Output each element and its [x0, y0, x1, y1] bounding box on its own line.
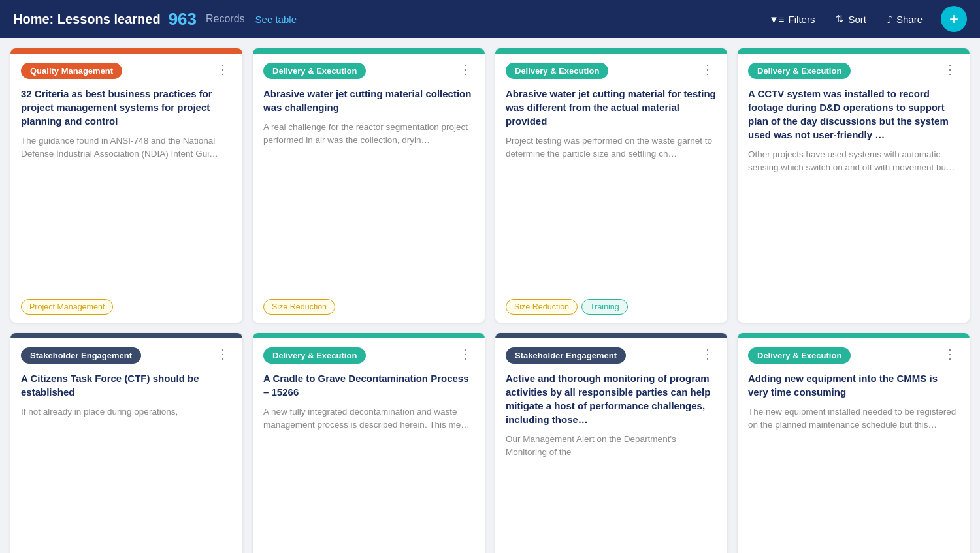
card-title: Adding new equipment into the CMMS is ve…: [748, 371, 959, 399]
card-tag: Project Management: [21, 299, 113, 315]
card-description: Project testing was performed on the was…: [506, 134, 717, 283]
card-menu-button[interactable]: ⋮: [456, 63, 474, 76]
card-menu-button[interactable]: ⋮: [698, 63, 717, 76]
card-tag: Size Reduction: [506, 299, 578, 315]
card-header-row: Quality Management⋮: [21, 63, 232, 79]
card-top-bar: [253, 333, 485, 338]
card-badge: Quality Management: [21, 63, 122, 79]
card-description: Other projects have used systems with au…: [748, 148, 959, 315]
card-title: Abrasive water jet cutting material coll…: [263, 87, 474, 114]
card-body: Stakeholder Engagement⋮Active and thorou…: [495, 338, 727, 553]
card-title: A Citizens Task Force (CTF) should be es…: [21, 371, 232, 399]
add-button[interactable]: +: [941, 6, 967, 32]
card-badge: Delivery & Execution: [263, 63, 366, 79]
card-badge: Stakeholder Engagement: [506, 347, 626, 364]
card-header-row: Delivery & Execution⋮: [263, 347, 474, 364]
card-header-row: Delivery & Execution⋮: [263, 63, 474, 79]
card-item: Quality Management⋮32 Criteria as best b…: [10, 48, 242, 323]
card-description: A real challenge for the reactor segment…: [263, 121, 474, 283]
share-icon: ⤴: [887, 14, 892, 25]
sort-label: Sort: [848, 14, 866, 25]
card-top-bar: [495, 48, 727, 54]
card-badge: Delivery & Execution: [506, 63, 608, 79]
card-header-row: Stakeholder Engagement⋮: [21, 347, 232, 364]
card-item: Delivery & Execution⋮A CCTV system was i…: [738, 48, 970, 323]
records-label: Records: [206, 13, 245, 25]
card-item: Delivery & Execution⋮A Cradle to Grave D…: [253, 333, 485, 553]
cards-grid: Quality Management⋮32 Criteria as best b…: [0, 38, 980, 553]
card-title: Active and thorough monitoring of progra…: [506, 371, 717, 426]
card-title: 32 Criteria as best business practices f…: [21, 87, 232, 128]
card-tag: Size Reduction: [263, 299, 335, 315]
card-menu-button[interactable]: ⋮: [698, 347, 717, 360]
card-body: Delivery & Execution⋮Abrasive water jet …: [495, 54, 727, 323]
card-badge: Delivery & Execution: [748, 63, 851, 79]
card-top-bar: [738, 333, 970, 338]
card-badge: Delivery & Execution: [748, 347, 851, 364]
card-header-row: Stakeholder Engagement⋮: [506, 347, 717, 364]
filters-button[interactable]: ▼≡ Filters: [762, 10, 821, 29]
share-label: Share: [896, 14, 923, 25]
card-menu-button[interactable]: ⋮: [214, 63, 232, 76]
card-menu-button[interactable]: ⋮: [456, 347, 474, 360]
card-body: Delivery & Execution⋮A CCTV system was i…: [738, 54, 970, 323]
card-tags: Size Reduction: [263, 292, 474, 315]
card-body: Stakeholder Engagement⋮A Citizens Task F…: [10, 338, 242, 553]
card-body: Quality Management⋮32 Criteria as best b…: [10, 54, 242, 323]
card-item: Stakeholder Engagement⋮A Citizens Task F…: [10, 333, 242, 553]
card-tags: Size ReductionTraining: [506, 292, 717, 315]
card-tag: Training: [581, 299, 628, 315]
card-header-row: Delivery & Execution⋮: [748, 347, 959, 364]
card-menu-button[interactable]: ⋮: [941, 63, 959, 76]
filter-icon: ▼≡: [769, 14, 785, 25]
card-description: The guidance found in ANSI-748 and the N…: [21, 134, 232, 283]
sort-icon: ⇅: [836, 13, 844, 25]
card-description: If not already in place during operation…: [21, 405, 232, 553]
card-description: The new equipment installed needed to be…: [748, 405, 959, 553]
card-item: Stakeholder Engagement⋮Active and thorou…: [495, 333, 727, 553]
card-title: A Cradle to Grave Decontamination Proces…: [263, 371, 474, 399]
app-header: Home: Lessons learned 963 Records See ta…: [0, 0, 980, 38]
card-top-bar: [738, 48, 970, 54]
see-table-link[interactable]: See table: [255, 14, 297, 25]
card-item: Delivery & Execution⋮Abrasive water jet …: [253, 48, 485, 323]
card-top-bar: [10, 333, 242, 338]
card-body: Delivery & Execution⋮A Cradle to Grave D…: [253, 338, 485, 553]
card-item: Delivery & Execution⋮Adding new equipmen…: [738, 333, 970, 553]
card-top-bar: [253, 48, 485, 54]
card-menu-button[interactable]: ⋮: [214, 347, 232, 360]
card-body: Delivery & Execution⋮Adding new equipmen…: [738, 338, 970, 553]
card-item: Delivery & Execution⋮Abrasive water jet …: [495, 48, 727, 323]
card-header-row: Delivery & Execution⋮: [748, 63, 959, 79]
filters-label: Filters: [789, 14, 815, 25]
card-title: A CCTV system was installed to record fo…: [748, 87, 959, 142]
page-title: Home: Lessons learned: [13, 12, 161, 27]
card-title: Abrasive water jet cutting material for …: [506, 87, 717, 128]
card-top-bar: [10, 48, 242, 54]
record-count: 963: [169, 9, 197, 29]
card-badge: Stakeholder Engagement: [21, 347, 141, 364]
card-tags: Project Management: [21, 292, 232, 315]
card-description: A new fully integrated decontamination a…: [263, 405, 474, 553]
card-body: Delivery & Execution⋮Abrasive water jet …: [253, 54, 485, 323]
card-menu-button[interactable]: ⋮: [941, 347, 959, 360]
card-description: Our Management Alert on the Department's…: [506, 433, 717, 553]
share-button[interactable]: ⤴ Share: [881, 10, 929, 29]
card-badge: Delivery & Execution: [263, 347, 366, 364]
card-header-row: Delivery & Execution⋮: [506, 63, 717, 79]
sort-button[interactable]: ⇅ Sort: [829, 9, 873, 29]
card-top-bar: [495, 333, 727, 338]
